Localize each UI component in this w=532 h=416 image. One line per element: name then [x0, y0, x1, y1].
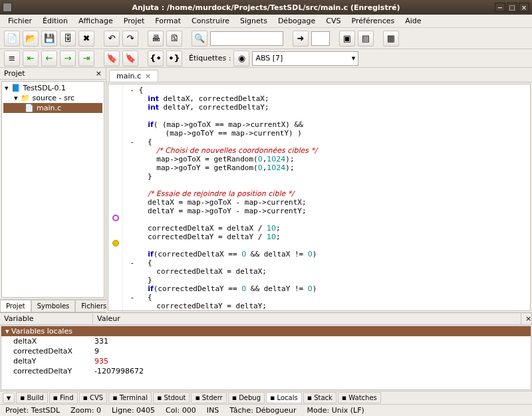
panel-close-icon[interactable]: ×: [96, 69, 102, 78]
nav-prev-button[interactable]: ←: [41, 51, 57, 66]
tab-symboles[interactable]: Symboles: [31, 300, 76, 312]
status-line: Ligne: 0405: [112, 406, 155, 415]
col-variable[interactable]: Variable: [0, 313, 93, 324]
window-title: Anjuta : /home/murdock/Projects/TestSDL/…: [132, 3, 400, 12]
bottom-tab-cvs[interactable]: ▪CVS: [79, 392, 108, 403]
tab-icon: ▪: [307, 393, 312, 402]
breakpoint-marker[interactable]: [112, 215, 119, 221]
tag-button[interactable]: ◉: [233, 51, 249, 66]
undo-button[interactable]: ↶: [104, 31, 120, 47]
col-valeur[interactable]: Valeur: [93, 313, 521, 324]
bottom-tab-stack[interactable]: ▪Stack: [303, 392, 336, 403]
tool-a-button[interactable]: ▣: [339, 31, 355, 47]
new-file-button[interactable]: 📄: [4, 31, 20, 47]
tree-root-item[interactable]: ▾ 📘 TestSDL-0.1: [3, 83, 102, 93]
locals-row[interactable]: correctedDeltaX9: [1, 346, 531, 356]
bottom-tab-watches[interactable]: ▪Watches: [338, 392, 381, 403]
status-bar: Projet: TestSDL Zoom: 0 Ligne: 0405 Col:…: [0, 404, 532, 416]
menu-cvs[interactable]: CVS: [322, 15, 344, 27]
var-value: -1207998672: [94, 367, 531, 375]
code-editor[interactable]: - { int deltaX, correctedDeltaX; int del…: [108, 84, 531, 311]
menu-format[interactable]: Format: [151, 15, 185, 27]
print-button[interactable]: 🖶: [148, 31, 164, 47]
close-file-button[interactable]: ✖: [78, 31, 94, 47]
bottom-tab-terminal[interactable]: ▪Terminal: [108, 392, 152, 403]
tabbar-menu-button[interactable]: ▾: [3, 393, 15, 403]
save-all-button[interactable]: 🗄: [60, 31, 76, 47]
minimize-button[interactable]: −: [495, 3, 505, 12]
file-tabs: main.c ×: [106, 68, 532, 82]
locals-body[interactable]: ▾ Variables locales deltaX331correctedDe…: [1, 326, 531, 390]
bottom-tab-debug[interactable]: ▪Debug: [228, 392, 265, 403]
nav-a-button[interactable]: ≡: [4, 51, 20, 66]
print-preview-button[interactable]: 🖻: [166, 31, 182, 47]
tab-icon: ▪: [83, 393, 88, 402]
bookmark-button[interactable]: 🔖: [104, 51, 120, 66]
locals-row[interactable]: deltaY935: [1, 356, 531, 366]
brace-open-button[interactable]: {•: [148, 51, 164, 66]
bottom-tab-stderr[interactable]: ▪Stderr: [191, 392, 226, 403]
close-button[interactable]: ×: [519, 3, 529, 12]
status-project: Projet: TestSDL: [5, 406, 60, 415]
open-button[interactable]: 📂: [23, 31, 39, 47]
menu-fichier[interactable]: Fichier: [4, 15, 36, 27]
folder-icon: 📁: [21, 94, 30, 102]
var-name: deltaX: [1, 337, 94, 346]
menu-debogage[interactable]: Débogage: [274, 15, 319, 27]
tab-icon: ▪: [342, 393, 346, 402]
bottom-tab-locals[interactable]: ▪Locals: [266, 392, 302, 403]
var-value: 935: [94, 357, 531, 365]
left-panel-tabs: Projet Symboles Fichiers: [0, 299, 106, 312]
menu-preferences[interactable]: Préférences: [348, 15, 399, 27]
nav-first-button[interactable]: ⇤: [23, 51, 39, 66]
bookmark2-button[interactable]: 🔖: [122, 51, 138, 66]
var-value: 331: [94, 337, 531, 346]
menu-construire[interactable]: Construire: [188, 15, 233, 27]
locals-panel: Variable Valeur × ▾ Variables locales de…: [0, 312, 532, 391]
project-tree[interactable]: ▾ 📘 TestSDL-0.1 ▾ 📁 source - src 📄 main.…: [1, 81, 104, 298]
file-icon: 📄: [25, 104, 34, 112]
menu-signets[interactable]: Signets: [236, 15, 271, 27]
bottom-tab-build[interactable]: ▪Build: [16, 392, 48, 403]
locals-row[interactable]: deltaX331: [1, 336, 531, 346]
etiquettes-combo[interactable]: ABS [7] ▾: [252, 51, 358, 66]
tool-b-button[interactable]: ▤: [358, 31, 374, 47]
menu-aide[interactable]: Aide: [401, 15, 425, 27]
goto-combo[interactable]: [311, 31, 330, 46]
code-content[interactable]: - { int deltaX, correctedDeltaX; int del…: [123, 84, 483, 310]
expand-icon[interactable]: ▾: [14, 94, 18, 102]
expand-icon[interactable]: ▾: [5, 84, 9, 92]
menu-projet[interactable]: Projet: [120, 15, 149, 27]
menu-affichage[interactable]: Affichage: [74, 15, 117, 27]
var-value: 9: [94, 347, 531, 356]
nav-last-button[interactable]: ⇥: [78, 51, 94, 66]
maximize-button[interactable]: □: [507, 3, 517, 12]
find-button[interactable]: 🔍: [192, 31, 207, 47]
toolbar-main: 📄 📂 💾 🗄 ✖ ↶ ↷ 🖶 🖻 🔍 ➜ ▣ ▤ ▦: [0, 28, 532, 49]
goto-button[interactable]: ➜: [293, 31, 309, 47]
tab-icon: ▪: [270, 393, 275, 402]
book-icon: 📘: [11, 84, 21, 92]
file-tab-close-icon[interactable]: ×: [145, 72, 151, 80]
locals-columns: Variable Valeur ×: [0, 313, 532, 325]
save-button[interactable]: 💾: [41, 31, 57, 47]
redo-button[interactable]: ↷: [122, 31, 138, 47]
tool-c-button[interactable]: ▦: [383, 31, 399, 47]
locals-row[interactable]: correctedDeltaY-1207998672: [1, 366, 531, 376]
nav-next-button[interactable]: →: [60, 51, 76, 66]
panel-close-icon[interactable]: ×: [521, 313, 532, 324]
file-tab-main-c[interactable]: main.c ×: [109, 70, 158, 82]
tree-folder-item[interactable]: ▾ 📁 source - src: [3, 93, 102, 103]
editor-area: main.c × - { int deltaX, correctedDeltaX…: [106, 68, 532, 312]
brace-close-button[interactable]: •}: [166, 51, 182, 66]
tree-file-item[interactable]: 📄 main.c: [3, 103, 102, 113]
bottom-tab-find[interactable]: ▪Find: [49, 392, 78, 403]
menu-edition[interactable]: Édition: [39, 15, 72, 27]
locals-group-header[interactable]: ▾ Variables locales: [1, 326, 531, 336]
bottom-tab-stdout[interactable]: ▪Stdout: [153, 392, 190, 403]
find-combo[interactable]: [210, 31, 283, 46]
bottom-tab-bar: ▾ ▪Build▪Find▪CVS▪Terminal▪Stdout▪Stderr…: [0, 391, 532, 404]
tab-projet[interactable]: Projet: [0, 300, 31, 312]
status-ins: INS: [207, 406, 219, 415]
gutter[interactable]: [108, 84, 123, 310]
